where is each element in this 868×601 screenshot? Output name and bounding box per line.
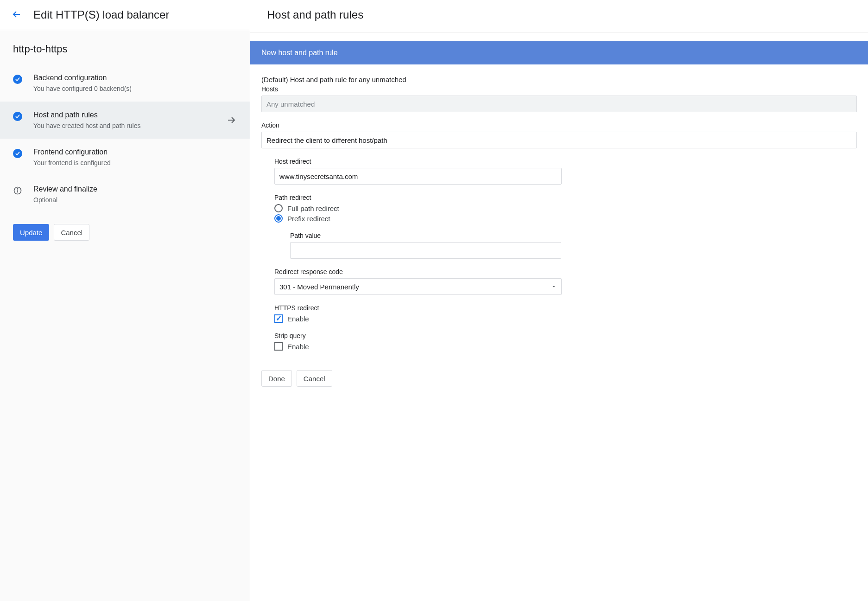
step-host-and-path-rules[interactable]: Host and path rules You have created hos…	[0, 102, 250, 139]
step-title: Frontend configuration	[33, 148, 237, 156]
info-icon	[13, 186, 22, 195]
host-redirect-input[interactable]	[274, 168, 562, 185]
radio-icon	[274, 214, 283, 223]
right-actions: Done Cancel	[250, 365, 868, 391]
strip-query-label: Strip query	[274, 332, 857, 339]
step-title: Host and path rules	[33, 111, 215, 119]
svg-point-2	[17, 189, 18, 189]
strip-query-checkbox[interactable]: Enable	[274, 342, 857, 351]
https-redirect-checkbox[interactable]: Enable	[274, 314, 857, 323]
step-frontend-configuration[interactable]: Frontend configuration Your frontend is …	[0, 139, 250, 176]
action-select[interactable]: Redirect the client to different host/pa…	[261, 132, 857, 148]
step-subtitle: You have created host and path rules	[33, 122, 215, 129]
back-arrow-icon[interactable]	[11, 9, 22, 21]
radio-prefix-redirect[interactable]: Prefix redirect	[274, 214, 857, 223]
check-circle-icon	[13, 75, 22, 84]
right-pane: Host and path rules New host and path ru…	[250, 0, 868, 601]
step-subtitle: Your frontend is configured	[33, 159, 237, 166]
update-button[interactable]: Update	[13, 224, 49, 241]
action-select-value: Redirect the client to different host/pa…	[266, 136, 387, 144]
path-value-input[interactable]	[290, 242, 561, 259]
radio-label: Prefix redirect	[287, 215, 330, 223]
rule-body: (Default) Host and path rule for any unm…	[250, 64, 868, 365]
step-title: Backend configuration	[33, 74, 237, 82]
left-pane: Edit HTTP(S) load balancer http-to-https…	[0, 0, 250, 601]
checkbox-label: Enable	[287, 315, 309, 323]
response-code-value: 301 - Moved Permanently	[279, 283, 359, 291]
checkbox-icon	[274, 342, 283, 351]
page-title: Edit HTTP(S) load balancer	[33, 8, 169, 21]
host-redirect-label: Host redirect	[274, 158, 857, 165]
step-list: Backend configuration You have configure…	[0, 64, 250, 213]
step-backend-configuration[interactable]: Backend configuration You have configure…	[0, 64, 250, 102]
path-redirect-label: Path redirect	[274, 194, 857, 201]
load-balancer-name: http-to-https	[0, 30, 250, 64]
cancel-button[interactable]: Cancel	[54, 224, 89, 241]
check-circle-icon	[13, 149, 22, 158]
step-subtitle: You have configured 0 backend(s)	[33, 85, 237, 92]
step-review-and-finalize[interactable]: Review and finalize Optional	[0, 176, 250, 213]
check-circle-icon	[13, 112, 22, 121]
checkbox-icon	[274, 314, 283, 323]
arrow-right-icon	[226, 115, 237, 126]
rule-banner: New host and path rule	[250, 41, 868, 64]
radio-label: Full path redirect	[287, 205, 339, 212]
response-code-label: Redirect response code	[274, 268, 857, 275]
action-label: Action	[261, 121, 857, 129]
chevron-down-icon	[551, 283, 557, 291]
hosts-label: Hosts	[261, 85, 857, 93]
path-value-label: Path value	[290, 232, 857, 239]
https-redirect-label: HTTPS redirect	[274, 304, 857, 312]
hosts-input	[261, 96, 857, 112]
left-actions: Update Cancel	[0, 213, 250, 252]
left-header: Edit HTTP(S) load balancer	[0, 0, 250, 30]
right-pane-title: Host and path rules	[250, 0, 868, 33]
default-rule-title: (Default) Host and path rule for any unm…	[261, 76, 857, 83]
radio-icon	[274, 204, 283, 212]
cancel-rule-button[interactable]: Cancel	[297, 370, 332, 387]
done-button[interactable]: Done	[261, 370, 292, 387]
radio-full-path-redirect[interactable]: Full path redirect	[274, 204, 857, 212]
step-subtitle: Optional	[33, 196, 237, 204]
step-title: Review and finalize	[33, 185, 237, 193]
response-code-select[interactable]: 301 - Moved Permanently	[274, 278, 562, 295]
checkbox-label: Enable	[287, 343, 309, 351]
